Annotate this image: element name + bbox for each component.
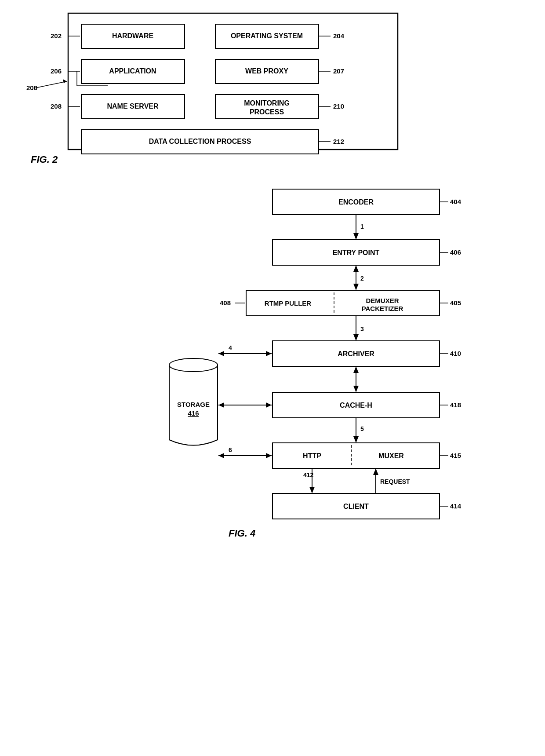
svg-text:206: 206 <box>51 67 62 75</box>
svg-text:406: 406 <box>450 248 461 256</box>
svg-text:APPLICATION: APPLICATION <box>109 67 156 75</box>
svg-text:HARDWARE: HARDWARE <box>112 32 154 40</box>
svg-text:418: 418 <box>450 401 461 409</box>
svg-text:CLIENT: CLIENT <box>343 503 369 510</box>
svg-text:OPERATING SYSTEM: OPERATING SYSTEM <box>231 32 303 40</box>
svg-text:208: 208 <box>51 102 62 110</box>
svg-text:405: 405 <box>450 299 461 307</box>
svg-text:207: 207 <box>333 67 344 75</box>
svg-text:MUXER: MUXER <box>378 452 404 460</box>
svg-text:3: 3 <box>360 325 364 332</box>
svg-text:NAME SERVER: NAME SERVER <box>107 102 159 110</box>
svg-text:CACHE-H: CACHE-H <box>340 402 372 409</box>
svg-marker-69 <box>353 366 359 373</box>
svg-text:408: 408 <box>220 299 231 307</box>
svg-marker-104 <box>218 402 224 408</box>
svg-marker-49 <box>353 265 359 272</box>
svg-text:HTTP: HTTP <box>303 452 321 460</box>
svg-text:FIG. 2: FIG. 2 <box>31 154 58 165</box>
svg-line-33 <box>35 81 67 88</box>
svg-marker-61 <box>353 334 359 341</box>
svg-text:2: 2 <box>360 275 364 282</box>
svg-text:415: 415 <box>450 452 461 459</box>
svg-marker-103 <box>266 402 272 408</box>
svg-marker-68 <box>353 386 359 392</box>
svg-marker-41 <box>353 233 359 240</box>
svg-text:RTMP PULLER: RTMP PULLER <box>265 299 312 307</box>
svg-text:202: 202 <box>51 32 62 40</box>
svg-text:ENCODER: ENCODER <box>338 198 374 206</box>
svg-text:5: 5 <box>360 425 364 432</box>
svg-text:204: 204 <box>333 32 345 40</box>
svg-text:PACKETIZER: PACKETIZER <box>362 305 403 312</box>
svg-marker-48 <box>353 284 359 290</box>
svg-marker-106 <box>266 453 272 458</box>
svg-text:416: 416 <box>188 409 199 417</box>
svg-text:212: 212 <box>333 138 344 145</box>
svg-marker-107 <box>218 453 224 458</box>
svg-text:REQUEST: REQUEST <box>380 478 410 485</box>
diagram: HARDWARE OPERATING SYSTEM APPLICATION WE… <box>0 0 545 756</box>
svg-text:404: 404 <box>450 198 461 205</box>
svg-text:410: 410 <box>450 350 461 357</box>
svg-text:ARCHIVER: ARCHIVER <box>338 350 374 358</box>
svg-text:4: 4 <box>229 344 232 351</box>
svg-marker-87 <box>373 468 378 475</box>
svg-text:ENTRY POINT: ENTRY POINT <box>333 249 380 256</box>
svg-text:WEB PROXY: WEB PROXY <box>245 67 288 75</box>
svg-text:DEMUXER: DEMUXER <box>366 297 399 304</box>
page: HARDWARE OPERATING SYSTEM APPLICATION WE… <box>0 0 545 756</box>
svg-text:210: 210 <box>333 102 344 110</box>
svg-marker-75 <box>353 436 359 443</box>
svg-marker-34 <box>63 79 67 83</box>
svg-text:1: 1 <box>360 223 364 230</box>
svg-text:STORAGE: STORAGE <box>177 401 210 408</box>
svg-text:6: 6 <box>229 446 232 453</box>
svg-text:MONITORING: MONITORING <box>244 99 290 107</box>
svg-text:FIG. 4: FIG. 4 <box>229 528 255 539</box>
svg-text:414: 414 <box>450 502 461 510</box>
svg-marker-99 <box>266 351 272 356</box>
svg-text:PROCESS: PROCESS <box>250 108 284 116</box>
svg-marker-100 <box>218 351 224 356</box>
svg-text:DATA COLLECTION PROCESS: DATA COLLECTION PROCESS <box>149 138 251 145</box>
svg-marker-85 <box>309 487 315 493</box>
svg-rect-77 <box>272 443 440 468</box>
svg-point-93 <box>169 358 218 372</box>
